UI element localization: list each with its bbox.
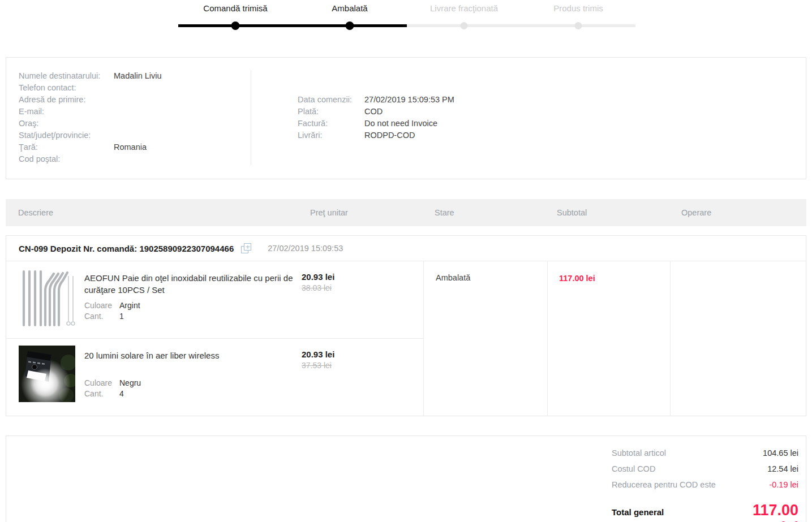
order-status: Ambalată xyxy=(436,273,470,282)
payment-value: COD xyxy=(364,106,383,118)
invoice-label: Factură: xyxy=(298,118,364,130)
step-dot-icon xyxy=(231,21,240,30)
email-label: E-mail: xyxy=(19,106,114,118)
order-group-header: CN-099 Depozit Nr. comandă: 190258909223… xyxy=(6,236,806,261)
order-meta-row: Factură:Do not need Invoice xyxy=(298,118,454,130)
grand-total-value: 117.00 lei xyxy=(735,502,798,522)
header-subtotal: Subtotal xyxy=(557,208,587,217)
recipient-row: Ţară:Romania xyxy=(19,141,251,153)
color-value: Negru xyxy=(119,378,141,389)
recipient-name-value: Madalin Liviu xyxy=(114,70,162,82)
product-row: AEOFUN Paie din oţel inoxidabil reutiliz… xyxy=(6,261,423,339)
recipient-info: Numele destinatarului:Madalin Liviu Tele… xyxy=(6,70,251,165)
summary-row: Costul COD12.54 lei xyxy=(612,461,798,477)
order-group-date: 27/02/2019 15:09:53 xyxy=(268,244,343,253)
step-label: Comandă trimisă xyxy=(178,2,293,13)
qty-label: Cant. xyxy=(84,389,119,399)
city-label: Oraş: xyxy=(19,118,114,130)
order-meta-row: Livrări:RODPD-COD xyxy=(298,130,454,141)
qty-attr: Cant.4 xyxy=(84,389,302,399)
copy-order-number-icon[interactable]: + xyxy=(240,243,252,254)
step-product-shipped: Produs trimis xyxy=(521,2,635,57)
order-date-label: Data comenzii: xyxy=(298,94,364,106)
summary-row: Reducerea pentru COD este-0.19 lei xyxy=(612,477,798,493)
table-header-bar: Descriere Preţ unitar Stare Subtotal Ope… xyxy=(6,199,806,226)
qty-value: 4 xyxy=(119,389,124,399)
order-info-panel: Numele destinatarului:Madalin Liviu Tele… xyxy=(6,57,806,179)
order-date-value: 27/02/2019 15:09:53 PM xyxy=(364,94,454,106)
step-label: Ambalată xyxy=(293,2,407,13)
products-column: AEOFUN Paie din oţel inoxidabil reutiliz… xyxy=(6,261,423,416)
color-attr: CuloareNegru xyxy=(84,378,302,389)
cod-cost-value: 12.54 lei xyxy=(735,461,798,477)
status-column: Ambalată xyxy=(423,261,547,416)
step-order-sent: Comandă trimisă xyxy=(178,2,293,57)
qty-attr: Cant.1 xyxy=(84,311,302,322)
invoice-value: Do not need Invoice xyxy=(364,118,437,130)
order-meta-info: Data comenzii:27/02/2019 15:09:53 PM Pla… xyxy=(251,70,454,165)
recipient-row: Telefon contact: xyxy=(19,82,251,94)
phone-label: Telefon contact: xyxy=(19,82,114,94)
step-dot-icon xyxy=(575,22,582,29)
subtotal-articol-label: Subtotal articol xyxy=(612,445,735,461)
step-label: Produs trimis xyxy=(521,2,635,13)
grand-total-label: Total general xyxy=(612,507,735,517)
unit-price-block: 20.93 lei 38.03 lei xyxy=(302,268,334,338)
product-image-solar-light[interactable] xyxy=(19,346,75,402)
product-details: 20 lumini solare în aer liber wireless C… xyxy=(75,346,302,416)
shipping-label: Livrări: xyxy=(298,130,364,141)
product-row: 20 lumini solare în aer liber wireless C… xyxy=(6,339,423,416)
color-label: Culoare xyxy=(84,378,119,389)
step-dot-icon xyxy=(461,22,468,29)
recipient-row: Cod poştal: xyxy=(19,153,251,165)
product-title-link[interactable]: 20 lumini solare în aer liber wireless xyxy=(84,350,302,373)
order-meta-row: Plată:COD xyxy=(298,106,454,118)
grand-total-row: Total general 117.00 lei xyxy=(612,502,798,522)
country-label: Ţară: xyxy=(19,141,114,153)
header-stare: Stare xyxy=(435,208,454,217)
recipient-row: Adresă de primire: xyxy=(19,94,251,106)
product-attributes: CuloareArgint Cant.1 xyxy=(84,300,302,322)
old-price: 38.03 lei xyxy=(302,283,334,292)
address-label: Adresă de primire: xyxy=(19,94,114,106)
product-attributes: CuloareNegru Cant.4 xyxy=(84,378,302,399)
postal-code-label: Cod poştal: xyxy=(19,153,114,165)
unit-price-block: 20.93 lei 37.53 lei xyxy=(302,346,334,416)
cod-discount-value: -0.19 lei xyxy=(735,477,798,493)
recipient-name-label: Numele destinatarului: xyxy=(19,70,114,82)
order-progress-stepper: Comandă trimisă Ambalată Livrare fracţio… xyxy=(178,0,635,57)
qty-label: Cant. xyxy=(84,311,119,322)
header-descriere: Descriere xyxy=(18,208,53,217)
color-value: Argint xyxy=(119,300,140,311)
recipient-row: Stat/judeţ/provincie: xyxy=(19,130,251,141)
color-attr: CuloareArgint xyxy=(84,300,302,311)
step-packed: Ambalată xyxy=(293,2,407,57)
payment-label: Plată: xyxy=(298,106,364,118)
cod-cost-label: Costul COD xyxy=(612,461,735,477)
recipient-row: E-mail: xyxy=(19,106,251,118)
product-title-link[interactable]: AEOFUN Paie din oţel inoxidabil reutiliz… xyxy=(84,272,302,296)
order-group-body: AEOFUN Paie din oţel inoxidabil reutiliz… xyxy=(6,261,806,416)
step-dot-icon xyxy=(346,21,354,30)
order-meta-row: Data comenzii:27/02/2019 15:09:53 PM xyxy=(298,94,454,106)
step-partial-delivery: Livrare fracţionată xyxy=(407,2,521,57)
order-number-title: CN-099 Depozit Nr. comandă: 190258909223… xyxy=(19,244,234,253)
color-label: Culoare xyxy=(84,300,119,311)
unit-price: 20.93 lei xyxy=(302,350,334,359)
summary-row: Subtotal articol104.65 lei xyxy=(612,445,798,461)
qty-value: 1 xyxy=(119,311,124,322)
order-summary-panel: Subtotal articol104.65 lei Costul COD12.… xyxy=(6,435,806,522)
step-label: Livrare fracţionată xyxy=(407,2,521,13)
header-pret-unitar: Preţ unitar xyxy=(310,208,348,217)
cod-discount-label: Reducerea pentru COD este xyxy=(612,477,735,493)
state-label: Stat/judeţ/provincie: xyxy=(19,130,114,141)
product-image-straws[interactable] xyxy=(19,268,75,328)
subtotal-articol-value: 104.65 lei xyxy=(735,445,798,461)
recipient-row: Numele destinatarului:Madalin Liviu xyxy=(19,70,251,82)
copy-icon-front: + xyxy=(244,243,251,251)
operare-column xyxy=(670,261,806,416)
subtotal-column: 117.00 lei xyxy=(547,261,670,416)
shipping-value: RODPD-COD xyxy=(364,130,415,141)
country-value: Romania xyxy=(114,141,147,153)
product-details: AEOFUN Paie din oţel inoxidabil reutiliz… xyxy=(75,268,302,338)
